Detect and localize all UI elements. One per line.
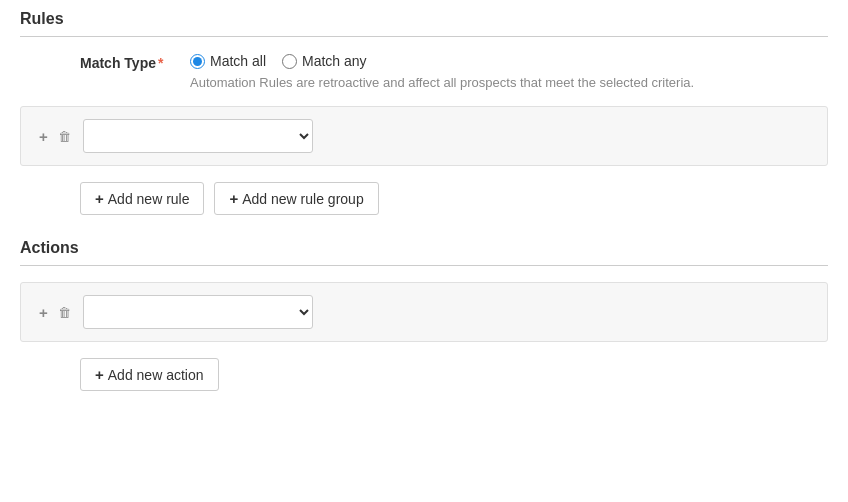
action-icon-group: + 🗑 [37, 302, 73, 323]
add-action-plus-icon: + [95, 366, 104, 383]
action-row: + 🗑 [20, 282, 828, 342]
match-all-option[interactable]: Match all [190, 53, 266, 69]
match-any-option[interactable]: Match any [282, 53, 367, 69]
add-rule-buttons-row: + Add new rule + Add new rule group [20, 182, 828, 215]
action-plus-icon: + [39, 304, 48, 321]
match-type-row: Match Type* Match all Match any Automati… [20, 53, 828, 90]
add-rule-inline-button[interactable]: + [37, 126, 50, 147]
rule-select[interactable] [83, 119, 313, 153]
match-all-label: Match all [210, 53, 266, 69]
add-action-buttons-row: + Add new action [20, 358, 828, 391]
required-star: * [158, 55, 163, 71]
match-options: Match all Match any Automation Rules are… [190, 53, 694, 90]
rule-icon-group: + 🗑 [37, 126, 73, 147]
match-type-hint: Automation Rules are retroactive and aff… [190, 75, 694, 90]
rules-title: Rules [20, 10, 828, 37]
action-select[interactable] [83, 295, 313, 329]
trash-icon: 🗑 [58, 129, 71, 144]
radio-group: Match all Match any [190, 53, 694, 69]
page-container: Rules Match Type* Match all Match any Au [0, 0, 848, 435]
delete-action-button[interactable]: 🗑 [56, 303, 73, 322]
delete-rule-button[interactable]: 🗑 [56, 127, 73, 146]
add-action-label: Add new action [108, 367, 204, 383]
match-any-radio[interactable] [282, 54, 297, 69]
match-all-radio[interactable] [190, 54, 205, 69]
rules-section: Rules Match Type* Match all Match any Au [20, 10, 828, 215]
actions-title: Actions [20, 239, 828, 266]
match-any-label: Match any [302, 53, 367, 69]
add-new-action-button[interactable]: + Add new action [80, 358, 219, 391]
add-new-rule-button[interactable]: + Add new rule [80, 182, 204, 215]
action-trash-icon: 🗑 [58, 305, 71, 320]
add-rule-group-label: Add new rule group [242, 191, 363, 207]
add-rule-group-plus-icon: + [229, 190, 238, 207]
add-action-inline-button[interactable]: + [37, 302, 50, 323]
plus-icon: + [39, 128, 48, 145]
add-rule-label: Add new rule [108, 191, 190, 207]
add-new-rule-group-button[interactable]: + Add new rule group [214, 182, 378, 215]
add-rule-plus-icon: + [95, 190, 104, 207]
match-type-label: Match Type* [80, 53, 190, 71]
rule-row: + 🗑 [20, 106, 828, 166]
actions-section: Actions + 🗑 + Add new action [20, 239, 828, 391]
